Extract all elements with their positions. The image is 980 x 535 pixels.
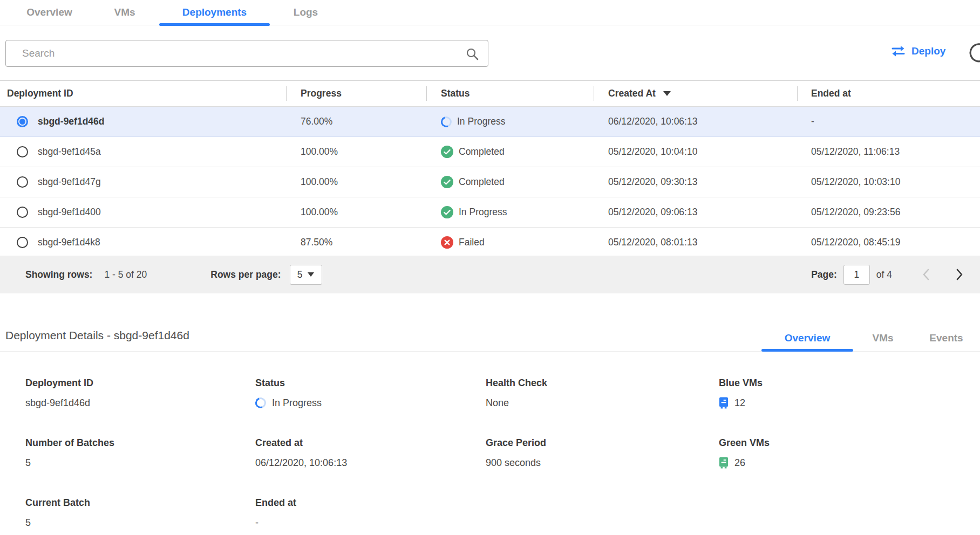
rows-per-page-value: 5 bbox=[297, 269, 303, 280]
deployment-id-cell: sbgd-9ef1d47g bbox=[0, 167, 286, 197]
created-at-value: 05/12/2020, 09:06:13 bbox=[608, 207, 697, 218]
ended-at-value: - bbox=[811, 116, 814, 127]
tab-logs[interactable]: Logs bbox=[278, 0, 333, 25]
row-radio-button[interactable] bbox=[17, 237, 28, 248]
column-header-created-at[interactable]: Created At bbox=[594, 81, 797, 106]
row-radio-button[interactable] bbox=[17, 207, 28, 218]
search-icon bbox=[465, 47, 479, 61]
details-tab-overview[interactable]: Overview bbox=[761, 324, 853, 352]
detail-field-label: Blue VMs bbox=[719, 378, 980, 389]
row-radio-button[interactable] bbox=[17, 176, 28, 188]
column-label: Status bbox=[441, 88, 469, 99]
table-row[interactable]: sbgd-9ef1d45a 100.00% Completed 05/12/20… bbox=[0, 137, 980, 167]
status-cell: In Progress bbox=[426, 197, 594, 227]
column-header-status[interactable]: Status bbox=[426, 81, 594, 106]
deployment-id-cell: sbgd-9ef1d45a bbox=[0, 137, 286, 167]
column-divider bbox=[286, 86, 287, 101]
green-vm-icon bbox=[719, 457, 729, 469]
details-tab-vms[interactable]: VMs bbox=[853, 324, 913, 352]
details-tab-events[interactable]: Events bbox=[913, 324, 980, 352]
created-at-value: 06/12/2020, 10:06:13 bbox=[608, 116, 697, 127]
tab-overview[interactable]: Overview bbox=[9, 0, 90, 25]
in-progress-spinner-icon bbox=[439, 114, 454, 129]
detail-field-label: Current Batch bbox=[25, 497, 255, 509]
next-page-button[interactable] bbox=[956, 268, 964, 281]
details-header: Deployment Details - sbgd-9ef1d46d Overv… bbox=[0, 324, 980, 352]
top-tab-bar: Overview VMs Deployments Logs bbox=[0, 0, 980, 25]
active-tab-underline bbox=[159, 23, 270, 26]
detail-field-value: 06/12/2020, 10:06:13 bbox=[255, 457, 347, 469]
status-cell: In Progress bbox=[426, 107, 594, 136]
ended-at-cell: 05/12/2020, 09:23:56 bbox=[797, 197, 980, 227]
in-progress-spinner-icon bbox=[254, 396, 268, 410]
deploy-button[interactable]: Deploy bbox=[890, 45, 945, 57]
ended-at-value: 05/12/2020, 10:03:10 bbox=[811, 176, 900, 188]
detail-field-value: None bbox=[486, 397, 509, 409]
pagination: Page: of 4 bbox=[811, 265, 964, 285]
table-row[interactable]: sbgd-9ef1d4k8 87.50% Failed 05/12/2020, … bbox=[0, 228, 980, 258]
completed-check-icon bbox=[441, 146, 453, 158]
detail-field-label: Green VMs bbox=[719, 437, 980, 449]
details-grid: Deployment ID sbgd-9ef1d46d Status In Pr… bbox=[25, 378, 980, 529]
page-label: Page: bbox=[811, 269, 837, 280]
showing-rows-label: Showing rows: bbox=[25, 269, 92, 280]
deployments-table: Deployment ID Progress Status Created At… bbox=[0, 80, 980, 258]
column-label: Deployment ID bbox=[7, 88, 73, 99]
table-row[interactable]: sbgd-9ef1d400 100.00% In Progress 05/12/… bbox=[0, 197, 980, 228]
detail-field-status: Status In Progress bbox=[255, 378, 486, 409]
rows-per-page-select[interactable]: 5 bbox=[290, 265, 322, 285]
deployment-id: sbgd-9ef1d4k8 bbox=[38, 237, 100, 248]
status-label: In Progress bbox=[459, 207, 507, 218]
detail-field-label: Grace Period bbox=[486, 437, 719, 449]
search-input[interactable] bbox=[6, 40, 488, 66]
ended-at-cell: - bbox=[797, 107, 980, 136]
table-row[interactable]: sbgd-9ef1d47g 100.00% Completed 05/12/20… bbox=[0, 167, 980, 197]
tab-deployments[interactable]: Deployments bbox=[159, 0, 270, 25]
column-header-deployment-id[interactable]: Deployment ID bbox=[0, 81, 286, 106]
detail-field-number-of-batches: Number of Batches 5 bbox=[25, 437, 255, 469]
tab-label: Overview bbox=[26, 6, 72, 18]
ended-at-cell: 05/12/2020, 11:06:13 bbox=[797, 137, 980, 167]
tab-label: Overview bbox=[785, 332, 831, 344]
detail-field-blue-vms: Blue VMs 12 bbox=[719, 378, 980, 409]
column-header-progress[interactable]: Progress bbox=[286, 81, 426, 106]
tab-vms[interactable]: VMs bbox=[99, 0, 151, 25]
swap-arrows-icon bbox=[890, 45, 906, 57]
detail-field-label: Deployment ID bbox=[25, 378, 255, 389]
sort-desc-icon[interactable] bbox=[663, 91, 671, 96]
deployment-id: sbgd-9ef1d47g bbox=[38, 176, 101, 188]
column-divider bbox=[426, 86, 427, 101]
status-cell: Completed bbox=[426, 137, 594, 167]
deployment-id: sbgd-9ef1d45a bbox=[38, 146, 101, 157]
column-header-ended-at[interactable]: Ended at bbox=[797, 81, 980, 106]
column-divider bbox=[594, 86, 594, 101]
previous-page-button[interactable] bbox=[922, 268, 930, 281]
column-divider bbox=[797, 86, 798, 101]
deployment-id-cell: sbgd-9ef1d46d bbox=[0, 107, 286, 136]
page-number-input[interactable] bbox=[843, 265, 870, 285]
deployment-id: sbgd-9ef1d400 bbox=[38, 207, 101, 218]
detail-field-value: 26 bbox=[734, 457, 745, 469]
detail-field-value: 12 bbox=[734, 397, 745, 409]
detail-field-value: sbgd-9ef1d46d bbox=[25, 397, 90, 409]
deployments-page: Overview VMs Deployments Logs D bbox=[0, 0, 980, 535]
progress-value: 87.50% bbox=[301, 237, 332, 248]
tab-label: Logs bbox=[294, 6, 318, 18]
deployment-id-cell: sbgd-9ef1d400 bbox=[0, 197, 286, 227]
row-radio-button[interactable] bbox=[17, 116, 28, 127]
created-at-value: 05/12/2020, 09:30:13 bbox=[608, 176, 697, 188]
table-body: sbgd-9ef1d46d 76.00% In Progress 06/12/2… bbox=[0, 107, 980, 258]
refresh-icon[interactable] bbox=[965, 43, 980, 66]
ended-at-value: 05/12/2020, 08:45:19 bbox=[811, 237, 900, 248]
progress-cell: 100.00% bbox=[286, 167, 426, 197]
status-label: In Progress bbox=[457, 116, 505, 127]
created-at-cell: 05/12/2020, 08:01:13 bbox=[594, 228, 797, 257]
status-cell: Failed bbox=[426, 228, 594, 257]
table-row[interactable]: sbgd-9ef1d46d 76.00% In Progress 06/12/2… bbox=[0, 107, 980, 137]
detail-field-label: Health Check bbox=[486, 378, 719, 389]
details-tab-bar: Overview VMs Events bbox=[761, 324, 980, 352]
detail-field-grace-period: Grace Period 900 seconds bbox=[486, 437, 719, 469]
progress-cell: 87.50% bbox=[286, 228, 426, 257]
row-radio-button[interactable] bbox=[17, 146, 28, 157]
column-label: Progress bbox=[301, 88, 342, 99]
